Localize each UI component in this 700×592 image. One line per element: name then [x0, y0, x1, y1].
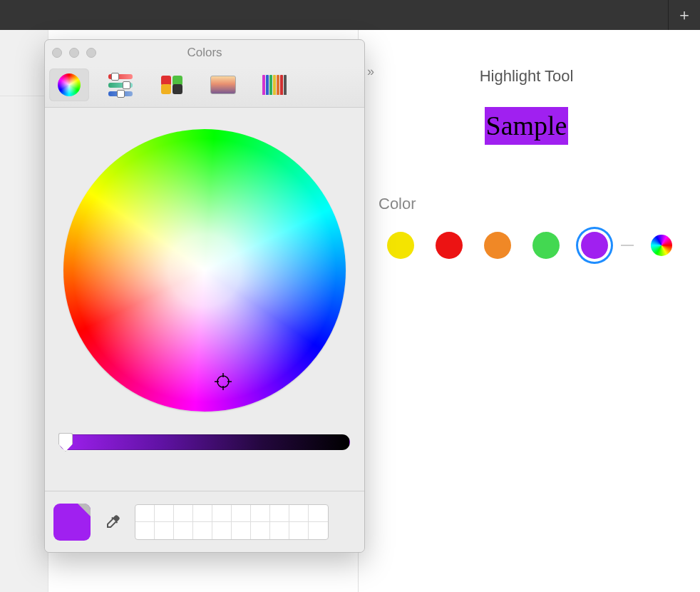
plus-icon: ＋ — [676, 4, 692, 26]
picker-titlebar[interactable]: Colors — [45, 40, 364, 66]
saved-swatch-slot[interactable] — [270, 505, 289, 522]
saved-swatch-slot[interactable] — [174, 505, 193, 522]
inspector-panel: » Highlight Tool Sample Color — [358, 30, 700, 592]
swatch-red[interactable] — [436, 232, 463, 259]
saved-swatches-grid — [135, 504, 329, 540]
saved-swatch-slot[interactable] — [155, 505, 174, 522]
saved-swatch-slot[interactable] — [251, 505, 270, 522]
tab-image-palettes[interactable] — [203, 68, 243, 101]
collapse-panel-button[interactable]: » — [367, 64, 374, 79]
saved-swatch-slot[interactable] — [193, 522, 212, 539]
color-wheel-icon — [58, 73, 81, 96]
eyedropper-button[interactable] — [101, 510, 125, 534]
saved-swatch-slot[interactable] — [270, 522, 289, 539]
image-icon — [210, 76, 236, 94]
picker-body — [45, 108, 364, 491]
saved-swatch-slot[interactable] — [212, 522, 232, 539]
swatch-purple[interactable] — [581, 232, 608, 259]
saved-swatch-slot[interactable] — [309, 505, 328, 522]
saved-swatch-slot[interactable] — [289, 522, 309, 539]
tab-color-wheel[interactable] — [49, 68, 89, 101]
current-color-well[interactable] — [53, 504, 91, 541]
swatch-divider — [621, 245, 634, 246]
saved-swatch-slot[interactable] — [309, 522, 328, 539]
pencils-icon — [262, 75, 287, 95]
saved-swatch-slot[interactable] — [251, 522, 270, 539]
svg-point-0 — [217, 376, 229, 387]
saved-swatch-slot[interactable] — [135, 522, 155, 539]
color-swatch-row — [387, 232, 680, 259]
sample-highlight-text: Sample — [485, 107, 569, 145]
swatch-green[interactable] — [532, 232, 560, 259]
brightness-slider[interactable] — [59, 434, 350, 450]
gutter-divider — [0, 96, 48, 101]
saved-swatch-slot[interactable] — [174, 522, 193, 539]
saved-swatch-slot[interactable] — [155, 522, 174, 539]
sample-preview: Sample — [373, 107, 680, 145]
saved-swatch-slot[interactable] — [193, 505, 212, 522]
saved-swatch-slot[interactable] — [212, 505, 232, 522]
panel-title: Highlight Tool — [373, 67, 680, 86]
eyedropper-icon — [104, 514, 121, 531]
swatch-yellow[interactable] — [387, 232, 414, 259]
color-picker-window[interactable]: Colors — [44, 39, 365, 553]
swatch-orange[interactable] — [484, 232, 511, 259]
window-controls — [52, 48, 96, 58]
saved-swatch-slot[interactable] — [232, 522, 251, 539]
sliders-icon — [108, 74, 133, 96]
saved-swatch-slot[interactable] — [135, 505, 155, 522]
swatch-custom-color[interactable] — [651, 235, 672, 256]
palette-icon — [161, 76, 182, 94]
minimize-window-button[interactable] — [69, 48, 79, 58]
picker-mode-tabs — [45, 66, 364, 108]
app-toolbar: ＋ — [0, 0, 700, 30]
brightness-thumb[interactable] — [58, 433, 73, 451]
picker-footer — [45, 491, 364, 552]
chevron-right-icon: » — [367, 64, 374, 78]
zoom-window-button[interactable] — [86, 48, 96, 58]
new-tab-button[interactable]: ＋ — [668, 0, 700, 30]
color-section-label: Color — [379, 195, 680, 213]
color-wheel[interactable] — [63, 129, 346, 412]
left-gutter — [0, 30, 48, 592]
saved-swatch-slot[interactable] — [232, 505, 251, 522]
tab-color-palettes[interactable] — [152, 68, 192, 101]
tab-color-sliders[interactable] — [101, 68, 140, 101]
wheel-crosshair-icon — [215, 373, 232, 390]
close-window-button[interactable] — [52, 48, 62, 58]
saved-swatch-slot[interactable] — [289, 505, 309, 522]
tab-pencils[interactable] — [254, 68, 294, 101]
